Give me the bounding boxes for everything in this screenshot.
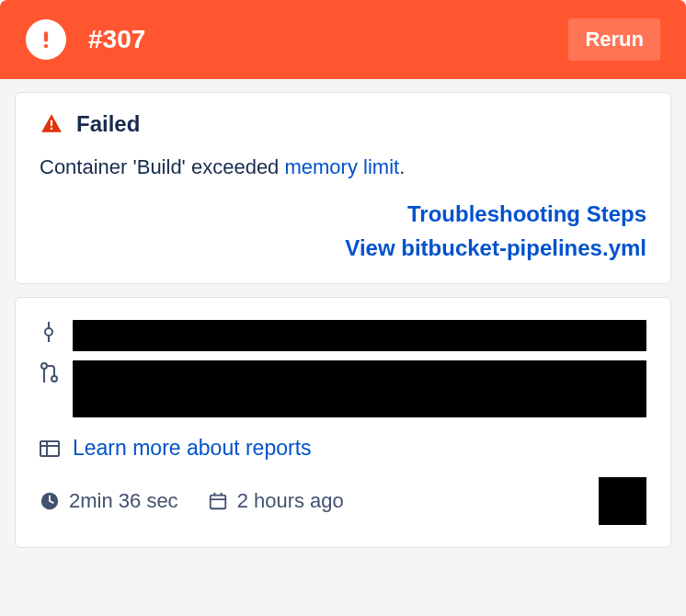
header-bar: #307 Rerun	[0, 0, 686, 79]
commit-icon	[40, 320, 58, 342]
svg-rect-2	[44, 44, 48, 48]
status-message: Container 'Build' exceeded memory limit.	[40, 152, 646, 182]
svg-rect-11	[40, 441, 59, 456]
status-row: Failed	[40, 111, 646, 137]
details-card: Learn more about reports 2min 36 sec	[15, 297, 671, 548]
time-group: 2 hours ago	[208, 489, 344, 513]
relative-time-text: 2 hours ago	[237, 489, 344, 513]
status-card: Failed Container 'Build' exceeded memory…	[15, 92, 671, 284]
svg-rect-4	[51, 128, 52, 130]
svg-point-10	[51, 376, 57, 382]
rerun-button[interactable]: Rerun	[568, 18, 660, 61]
view-yaml-link[interactable]: View bitbucket-pipelines.yml	[345, 231, 646, 265]
duration-text: 2min 36 sec	[69, 489, 178, 513]
duration-group: 2min 36 sec	[40, 489, 178, 513]
commit-row	[40, 320, 646, 351]
alert-icon	[26, 19, 66, 60]
avatar-redacted	[599, 477, 646, 525]
svg-point-6	[45, 328, 52, 336]
svg-point-8	[41, 363, 47, 369]
build-number: #307	[88, 25, 145, 54]
reports-row: Learn more about reports	[40, 436, 646, 461]
svg-rect-1	[44, 31, 48, 41]
pull-request-icon	[40, 360, 58, 382]
failed-icon	[40, 112, 63, 136]
svg-rect-3	[51, 120, 52, 127]
calendar-icon	[208, 491, 228, 511]
memory-limit-link[interactable]: memory limit	[284, 155, 399, 178]
report-icon	[40, 440, 60, 457]
status-label: Failed	[76, 111, 140, 137]
clock-icon	[40, 491, 60, 511]
status-message-prefix: Container 'Build' exceeded	[40, 155, 284, 178]
commit-redacted	[73, 320, 646, 351]
pipeline-panel: #307 Rerun Failed Container 'Build' exce…	[0, 0, 686, 548]
header-left: #307	[26, 19, 145, 60]
svg-rect-15	[210, 496, 225, 509]
learn-more-reports-link[interactable]: Learn more about reports	[73, 436, 312, 461]
pr-row	[40, 360, 646, 417]
help-links: Troubleshooting Steps View bitbucket-pip…	[40, 197, 646, 265]
troubleshooting-link[interactable]: Troubleshooting Steps	[407, 197, 646, 231]
pr-redacted	[73, 360, 646, 417]
footer-row: 2min 36 sec 2 hours ago	[40, 477, 646, 525]
status-message-suffix: .	[399, 155, 405, 178]
